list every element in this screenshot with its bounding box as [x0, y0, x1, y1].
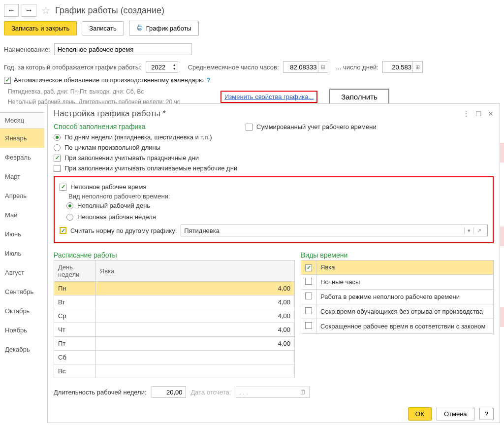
col-attend: Явка: [96, 261, 295, 282]
part-time-highlight: Неполное рабочее время Вид неполного раб…: [54, 176, 494, 243]
type-checkbox[interactable]: [305, 264, 312, 271]
month-item[interactable]: Июнь: [0, 225, 44, 244]
part-day-label: Неполный рабочий день: [77, 202, 150, 209]
type-checkbox[interactable]: [305, 322, 312, 329]
year-spinner[interactable]: ▲ ▼: [146, 61, 178, 73]
change-props-link[interactable]: Изменить свойства графика...: [224, 93, 314, 100]
schedule-table: День недели Явка Пн4,00 Вт4,00 Ср4,00 Чт…: [54, 260, 295, 378]
year-row: Год, за который отображается график рабо…: [0, 60, 504, 74]
month-item[interactable]: Апрель: [0, 186, 44, 205]
close-icon[interactable]: ✕: [488, 110, 494, 118]
forward-button[interactable]: →: [22, 4, 36, 17]
svg-rect-1: [138, 25, 141, 27]
page-title: График работы (создание): [55, 5, 164, 16]
dropdown-icon[interactable]: ▾: [464, 228, 473, 234]
avg-days-box: ⊞: [382, 61, 423, 73]
part-time-checkbox[interactable]: [60, 184, 66, 191]
nonwork-paid-label: При заполнении учитывать оплачиваемые не…: [64, 164, 237, 172]
spinner-down-icon[interactable]: ▼: [171, 67, 178, 71]
table-row[interactable]: Сб: [54, 351, 295, 364]
save-close-button[interactable]: Записать и закрыть: [4, 21, 77, 35]
more-icon[interactable]: ⋮: [463, 110, 470, 118]
save-button[interactable]: Записать: [82, 21, 124, 35]
year-input[interactable]: [146, 62, 171, 72]
print-button[interactable]: График работы: [129, 21, 199, 36]
open-icon[interactable]: ↗: [473, 228, 484, 234]
fill-button[interactable]: Заполнить: [329, 89, 389, 105]
part-time-label: Неполное рабочее время: [70, 183, 146, 191]
table-row[interactable]: Явка: [301, 261, 494, 275]
change-props-highlight: Изменить свойства графика...: [220, 91, 317, 103]
calculator-icon[interactable]: ⊞: [412, 62, 422, 72]
date-from-label: Дата отсчета:: [191, 389, 231, 396]
help-icon[interactable]: ?: [207, 76, 211, 84]
by-cycles-radio[interactable]: [54, 144, 61, 151]
part-week-radio[interactable]: [66, 214, 73, 221]
part-week-label: Неполная рабочая неделя: [77, 213, 156, 221]
popup-header: Настройка графика работы * ⋮ ☐ ✕: [48, 104, 500, 122]
month-item[interactable]: Октябрь: [0, 301, 44, 321]
month-item[interactable]: Август: [0, 263, 44, 282]
part-day-radio[interactable]: [66, 202, 73, 209]
print-label: График работы: [146, 25, 191, 32]
holidays-label: При заполнении учитывать праздничные дни: [64, 154, 199, 162]
month-item[interactable]: Июль: [0, 244, 44, 263]
week-len-input[interactable]: [152, 386, 186, 398]
table-row[interactable]: Сокращенное рабочее время в соответствии…: [301, 319, 494, 333]
table-row[interactable]: Вт4,00: [54, 295, 295, 309]
auto-update-checkbox[interactable]: [4, 77, 11, 84]
calculator-icon[interactable]: ⊞: [318, 62, 328, 72]
table-row[interactable]: Пн4,00: [54, 282, 295, 295]
name-label: Наименование:: [4, 46, 50, 53]
name-row: Наименование:: [0, 42, 504, 57]
norm-other-select[interactable]: Пятидневка ▾ ↗: [181, 225, 488, 236]
avg-hours-label: Среднемесячное число часов:: [188, 64, 279, 71]
type-checkbox[interactable]: [305, 278, 312, 285]
table-row[interactable]: Сокр.время обучающихся без отрыва от про…: [301, 304, 494, 319]
ok-button[interactable]: ОК: [408, 407, 432, 421]
back-button[interactable]: ←: [4, 4, 19, 17]
tables-row: Расписание работы День недели Явка Пн4,0…: [48, 246, 500, 378]
maximize-icon[interactable]: ☐: [475, 110, 482, 118]
table-row[interactable]: Пт4,00: [54, 337, 295, 351]
bottom-row: Длительность рабочей недели: Дата отсчет…: [48, 378, 500, 402]
auto-update-label: Автоматическое обновление по производств…: [14, 76, 204, 84]
month-item[interactable]: Май: [0, 205, 44, 225]
toolbar: Записать и закрыть Записать График работ…: [0, 19, 504, 42]
month-item[interactable]: Сентябрь: [0, 282, 44, 301]
norm-other-value: Пятидневка: [184, 227, 220, 234]
week-len-label: Длительность рабочей недели:: [54, 389, 147, 396]
part-time-kind-label: Вид неполного рабочего времени:: [55, 193, 493, 200]
month-item[interactable]: Февраль: [0, 148, 44, 167]
fill-method-title: Способ заполнения графика: [54, 122, 231, 131]
month-item[interactable]: Ноябрь: [0, 321, 44, 340]
type-checkbox[interactable]: [305, 307, 312, 314]
table-row[interactable]: Ср4,00: [54, 309, 295, 323]
table-row[interactable]: Работа в режиме неполного рабочего време…: [301, 289, 494, 304]
auto-update-row: Автоматическое обновление по производств…: [0, 74, 504, 86]
help-button[interactable]: ?: [479, 408, 494, 420]
table-row[interactable]: Вс: [54, 364, 295, 378]
avg-days-value[interactable]: [383, 62, 412, 72]
name-input[interactable]: [54, 43, 192, 55]
star-icon[interactable]: ☆: [41, 4, 50, 16]
date-from-input[interactable]: . . . 🗓: [236, 387, 310, 398]
cancel-button[interactable]: Отмена: [437, 407, 474, 421]
table-row[interactable]: Ночные часы: [301, 274, 494, 289]
calendar-icon[interactable]: 🗓: [300, 389, 306, 396]
month-item[interactable]: Январь: [0, 129, 44, 148]
month-item[interactable]: Декабрь: [0, 340, 44, 359]
by-days-radio[interactable]: [54, 134, 61, 141]
holidays-checkbox[interactable]: [54, 155, 61, 162]
schedule-title: Расписание работы: [54, 250, 295, 260]
table-row[interactable]: Чт4,00: [54, 323, 295, 337]
norm-other-checkbox[interactable]: [60, 227, 66, 234]
popup-footer: ОК Отмена ?: [48, 402, 500, 425]
avg-hours-value[interactable]: [284, 62, 318, 72]
month-item[interactable]: Март: [0, 167, 44, 186]
type-checkbox[interactable]: [305, 293, 312, 299]
sum-account-checkbox[interactable]: [246, 124, 252, 131]
header-bar: ← → ☆ График работы (создание): [0, 0, 504, 19]
nonwork-paid-checkbox[interactable]: [54, 165, 61, 172]
spinner-up-icon[interactable]: ▲: [171, 63, 178, 67]
